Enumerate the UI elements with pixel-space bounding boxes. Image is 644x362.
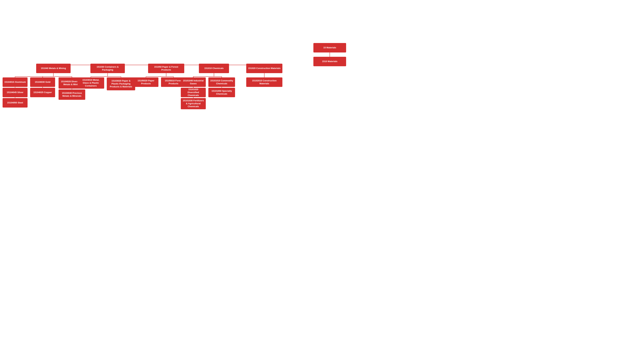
n15104050: 15104050 Steel (2, 98, 28, 107)
n15102010: 15102010 Construction Materials (246, 77, 282, 87)
n15104030: 15104030 Gold (30, 77, 55, 87)
n151030: 151030 Containers & Packaging (90, 64, 125, 73)
n15104040: 15104040 Precious Metals & Minerals (58, 89, 85, 100)
n15105020: 15105020 Paper Products (134, 77, 158, 87)
n15104025: 15104025 Copper (30, 88, 55, 97)
chart-container: 15 Materials1510 Materials151040 Metals … (0, 0, 644, 362)
n15104010: 15104010 Aluminum (2, 77, 28, 87)
n15101020: 15101020 Diversified Chemicals (181, 88, 206, 97)
n15103020: 15103020 Paper & Plastic Packaging Produ… (107, 77, 135, 90)
n151010: 151010 Chemicals (199, 64, 229, 73)
n151020: 151020 Construction Materials (246, 64, 282, 73)
n15101030: 15101030 Fertilizers & Agricultural Chem… (181, 98, 206, 109)
n1510: 1510 Materials (314, 57, 346, 66)
n15103010: 15103010 Metal, Glass & Plastic Containe… (78, 77, 104, 89)
connectors-svg (0, 0, 644, 362)
n15101040: 15101040 Industrial Gases (181, 77, 206, 87)
n15101010: 15101010 Commodity Chemicals (208, 77, 235, 87)
n151050: 151050 Paper & Forest Products (148, 64, 184, 73)
n15101050: 15101050 Specialty Chemicals (208, 88, 235, 97)
n15104045: 15104045 Silver (2, 88, 28, 97)
n151040: 151040 Metals & Mining (36, 64, 70, 73)
root: 15 Materials (314, 43, 346, 52)
